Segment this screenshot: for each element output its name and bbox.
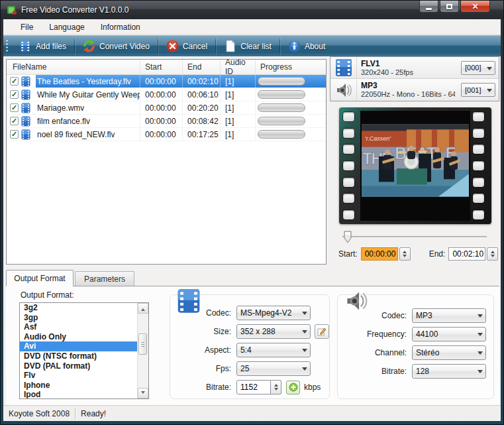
audio-codec-value: MP3: [416, 311, 432, 320]
file-name: The Beatles - Yesterday.flv: [36, 77, 131, 86]
table-row[interactable]: ✓ Mariage.wmv 00:00:00 00:20:20 [1]: [7, 101, 326, 115]
frequency-select[interactable]: 44100: [412, 327, 486, 341]
audio-id: [1]: [221, 75, 256, 88]
minimize-button[interactable]: [419, 1, 438, 13]
scrollbar-thumb[interactable]: [138, 334, 147, 355]
minimize-icon: [426, 8, 432, 10]
add-files-button[interactable]: Add files: [11, 36, 74, 56]
edit-size-button[interactable]: [315, 324, 329, 339]
format-option[interactable]: Asf: [20, 322, 137, 332]
format-option[interactable]: 3gp: [20, 313, 137, 323]
audio-bitrate-select[interactable]: 128: [412, 364, 486, 379]
column-header-start[interactable]: Start: [140, 60, 183, 74]
format-option[interactable]: DVD (NTSC format): [20, 351, 137, 361]
convert-video-button[interactable]: Convert Video: [75, 36, 158, 56]
format-option[interactable]: DVD (PAL format): [20, 361, 137, 371]
format-option[interactable]: Audio Only: [20, 332, 137, 342]
audio-bitrate-value: 128: [416, 367, 429, 376]
video-bitrate-spinner[interactable]: [271, 380, 281, 395]
video-file-icon: [21, 129, 30, 140]
about-label: About: [305, 42, 325, 51]
chevron-down-icon: [478, 314, 483, 320]
menu-language[interactable]: Language: [41, 21, 92, 34]
scroll-down-button[interactable]: [138, 388, 148, 398]
table-row[interactable]: ✓ noel 89 fixed_NEW.flv 00:00:00 00:17:2…: [7, 128, 326, 141]
end-time-input[interactable]: 00:02:10: [448, 247, 485, 261]
video-preview: 'r.Cassen' THE BEATLE: [339, 107, 491, 224]
audio-track-select[interactable]: [001]: [461, 83, 495, 97]
spin-up-icon: [491, 249, 495, 253]
format-option-selected[interactable]: Avi: [20, 341, 137, 351]
slider-track[interactable]: [342, 236, 487, 237]
aspect-select[interactable]: 5:4: [236, 343, 311, 357]
video-stream-row: FLV1 320x240 - 25fps [000]: [330, 57, 499, 79]
end-spinner[interactable]: [487, 247, 498, 261]
scroll-up-button[interactable]: [138, 303, 148, 314]
menu-information[interactable]: Information: [93, 21, 148, 34]
column-header-audioid[interactable]: Audio ID: [221, 60, 256, 74]
fps-select[interactable]: 25: [236, 361, 311, 376]
window-title: Free Video Converter V1.0.0.0: [21, 5, 129, 15]
row-checkbox[interactable]: ✓: [10, 90, 19, 99]
start-spinner[interactable]: [399, 247, 411, 261]
table-row[interactable]: ✓ The Beatles - Yesterday.flv 00:00:00 0…: [7, 75, 326, 88]
filmstrip-holes: [473, 112, 487, 219]
format-option[interactable]: Iphone: [20, 381, 137, 391]
status-text: Ready!: [81, 409, 106, 418]
clear-list-button[interactable]: Clear list: [216, 36, 279, 56]
end-label: End:: [429, 249, 446, 259]
about-icon: [288, 40, 301, 52]
size-select[interactable]: 352 x 288: [236, 324, 311, 339]
output-format-panel: Output Format: 3g2 3gp Asf Audio Only Av…: [6, 286, 499, 406]
start-time: 00:00:00: [140, 88, 183, 101]
about-button[interactable]: About: [280, 36, 333, 56]
row-checkbox[interactable]: ✓: [10, 130, 19, 139]
close-button[interactable]: ✕: [460, 1, 490, 13]
video-codec-name: FLV1: [361, 60, 455, 68]
channel-select[interactable]: Stéréo: [412, 345, 486, 360]
video-track-select[interactable]: [000]: [461, 61, 495, 75]
spin-down-icon: [403, 255, 407, 259]
increase-bitrate-button[interactable]: [286, 381, 300, 395]
size-value: 352 x 288: [240, 327, 276, 336]
menu-file[interactable]: File: [13, 21, 41, 34]
video-codec-select[interactable]: MS-Mpeg4-V2: [236, 306, 311, 320]
list-scrollbar[interactable]: [137, 303, 148, 398]
row-icon-zone: ✓: [7, 75, 36, 88]
row-checkbox[interactable]: ✓: [10, 103, 19, 112]
slider-thumb[interactable]: [344, 231, 352, 243]
spin-up-icon: [274, 382, 278, 387]
audio-codec-select[interactable]: MP3: [412, 308, 486, 323]
audio-id: [1]: [221, 115, 256, 127]
toolbar-grip[interactable]: [5, 39, 9, 53]
file-name: Mariage.wmv: [36, 103, 84, 113]
progress-cell: [256, 88, 326, 101]
start-time-input[interactable]: 00:00:00: [361, 247, 398, 261]
audio-id: [1]: [221, 128, 256, 141]
format-option[interactable]: Flv: [20, 371, 137, 381]
column-header-progress[interactable]: Progress: [256, 60, 326, 74]
tab-output-format[interactable]: Output Format: [6, 270, 74, 286]
video-settings-group: Codec: MS-Mpeg4-V2 Size: 352 x 288 Aspec…: [170, 294, 330, 399]
progress-bar: [258, 103, 305, 112]
scroll-down-icon: [141, 391, 145, 396]
format-option[interactable]: 3g2: [20, 303, 137, 313]
row-checkbox[interactable]: ✓: [10, 77, 19, 86]
table-row[interactable]: ✓ While My Guitar Gently Weeps.... 00:00…: [7, 88, 326, 101]
table-row[interactable]: ✓ film enfance.flv 00:00:00 00:08:42 [1]: [7, 115, 326, 128]
maximize-button[interactable]: [440, 1, 459, 13]
format-option[interactable]: Ipod: [20, 390, 137, 398]
progress-cell: [256, 128, 326, 141]
column-header-filename[interactable]: FileName: [7, 60, 140, 74]
video-bitrate-input[interactable]: 1152: [236, 380, 271, 395]
column-header-end[interactable]: End: [183, 60, 221, 74]
cancel-button[interactable]: Cancel: [158, 36, 215, 56]
tab-parameters[interactable]: Parameters: [75, 271, 134, 286]
video-file-icon: [21, 90, 30, 100]
scroll-up-icon: [141, 306, 145, 311]
progress-bar: [258, 90, 305, 99]
row-checkbox[interactable]: ✓: [10, 117, 19, 125]
spin-up-icon: [403, 249, 407, 253]
trim-controls: Start: 00:00:00 End: 00:02:10: [338, 246, 502, 262]
position-slider[interactable]: [340, 230, 489, 243]
